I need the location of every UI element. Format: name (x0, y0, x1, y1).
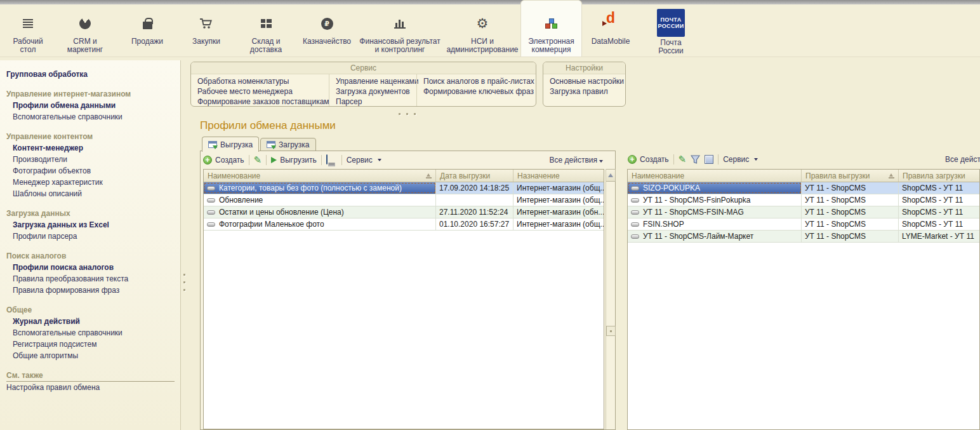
structure-settings-button[interactable] (705, 155, 713, 164)
sidebar-item-characteristics-manager[interactable]: Менеджер характеристик (6, 177, 175, 188)
ribbon-tab-label: Склад и доставка (239, 37, 293, 54)
exchange-rules-table: Наименование Правила выгрузки Правила за… (627, 169, 980, 430)
sidebar-item-auxiliary-catalogs-1[interactable]: Вспомогательные справочники (6, 111, 175, 123)
sidebar-item-text-transform-rules[interactable]: Правила преобразования текста (6, 273, 175, 285)
service-link-keyword-phrases[interactable]: Формирование ключевых фраз (423, 86, 536, 97)
table-row[interactable]: Остатки и цены обновление (Цена) 27.11.2… (204, 206, 604, 218)
service-menu-button[interactable]: Сервис (723, 155, 758, 164)
filter-button[interactable] (691, 155, 700, 164)
ribbon-tab-label: Почта России (649, 39, 693, 55)
ribbon-tab-desktop[interactable]: Рабочий стол (5, 10, 51, 54)
service-link-item-processing[interactable]: Обработка номенклатуры (197, 76, 329, 86)
sidebar-item-group-processing[interactable]: Групповая обработка (6, 69, 175, 80)
column-header-name[interactable]: Наименование (204, 170, 436, 182)
tab-vygruzka[interactable]: Выгрузка (202, 137, 259, 152)
sidebar-item-subsystem-registration[interactable]: Регистрация подсистем (6, 339, 175, 350)
plus-icon: + (628, 155, 637, 164)
ribbon-tab-label: НСИ и администрирование (442, 37, 522, 54)
service-link-manager-workplace[interactable]: Рабочее место менеджера (197, 86, 329, 97)
ribbon-tab-treasury[interactable]: ₽ Казначейство (297, 10, 357, 46)
site-preview-button[interactable] (326, 155, 337, 165)
sidebar-item-exchange-rules-setup[interactable]: Настройка правил обмена (6, 382, 175, 393)
upload-button[interactable]: Выгрузить (271, 156, 317, 165)
edit-button[interactable]: ✎ (254, 156, 262, 165)
scroll-up-button[interactable] (606, 169, 616, 182)
ribbon-tab-label: Казначейство (297, 37, 357, 46)
table-header-row: Наименование Дата выгрузки Назначение (204, 170, 604, 182)
ribbon-tab-financial-result[interactable]: Финансовый результат и контроллинг (357, 10, 442, 54)
all-actions-button[interactable]: Все действия (550, 156, 603, 165)
tab-zagruzka[interactable]: Загрузка (260, 138, 316, 151)
table-row[interactable]: УТ 11 - ShopCMS-FsinPokupka УТ 11 - Shop… (628, 194, 979, 206)
column-header-purpose[interactable]: Назначение (513, 170, 604, 182)
table-row[interactable]: Категории, товары без фото (полностью с … (204, 182, 604, 194)
edit-button[interactable]: ✎ (679, 155, 687, 165)
monitor-icon (326, 155, 337, 165)
import-window-icon (267, 141, 275, 148)
sidebar-item-manufacturers[interactable]: Производители (6, 154, 175, 165)
table-row[interactable]: SIZO-POKUPKA УТ 11 - ShopCMS ShopCMS - У… (628, 182, 979, 194)
chevron-down-icon (378, 159, 381, 161)
column-header-export-date[interactable]: Дата выгрузки (436, 170, 513, 182)
table-row[interactable]: FSIN.SHOP УТ 11 - ShopCMS ShopCMS - УТ 1… (628, 218, 979, 231)
column-header-export-rules[interactable]: Правила выгрузки (802, 170, 899, 182)
sidebar-section-data-loading: Загрузка данных (6, 208, 175, 219)
ribbon-tab-pochta-rossii[interactable]: ПОЧТА РОССИИ Почта России (649, 7, 693, 55)
service-link-parser[interactable]: Парсер (336, 97, 416, 107)
all-actions-button[interactable]: Все действия (945, 155, 980, 164)
sidebar-item-parser-profiles[interactable]: Профили парсера (6, 231, 175, 242)
ribbon-tab-label: DataMobile (584, 37, 637, 46)
shopping-bag-icon (143, 22, 152, 29)
ribbon-tab-label: Продажи (121, 37, 174, 46)
sidebar-item-common-algorithms[interactable]: Общие алгоритмы (6, 350, 175, 361)
settings-link-rules-loading[interactable]: Загрузка правил (550, 86, 625, 97)
create-button[interactable]: + Создать (203, 156, 244, 165)
window-title-strip (0, 0, 980, 4)
settings-link-main-settings[interactable]: Основные настройки (550, 76, 625, 86)
sidebar-item-content-manager[interactable]: Контент-менеджер (6, 142, 175, 154)
ribbon-tab-nsi-administration[interactable]: ⚙ НСИ и администрирование (442, 10, 522, 54)
service-link-markup-management[interactable]: Управление наценками (336, 76, 416, 86)
ribbon-tab-purchases[interactable]: Закупки (180, 10, 233, 46)
column-header-name[interactable]: Наименование (628, 170, 802, 182)
create-button[interactable]: + Создать (628, 155, 669, 164)
service-menu-button[interactable]: Сервис (347, 156, 381, 165)
service-link-analog-search-pricelists[interactable]: Поиск аналогов в прайс-листах (423, 76, 536, 86)
service-link-document-loading[interactable]: Загрузка документов (336, 86, 416, 97)
table-row[interactable]: УТ 11 - ShopCMS-FSIN-MAG УТ 11 - ShopCMS… (628, 206, 979, 218)
gear-icon: ⚙ (477, 17, 489, 30)
table-row[interactable]: Обновление Интернет-магазин (общ... (204, 194, 604, 206)
pencil-icon: ✎ (679, 155, 687, 165)
sidebar-item-phrase-building-rules[interactable]: Правила формирования фраз (6, 285, 175, 296)
sidebar-item-action-log[interactable]: Журнал действий (6, 316, 175, 327)
sidebar-item-object-photos[interactable]: Фотографии объектов (6, 165, 175, 177)
export-window-icon (208, 141, 217, 148)
ribbon-tab-sales[interactable]: Продажи (121, 10, 174, 46)
ribbon-tab-crm-marketing[interactable]: CRM и маркетинг (58, 10, 112, 54)
sidebar-item-description-templates[interactable]: Шаблоны описаний (6, 188, 175, 199)
sidebar-item-auxiliary-catalogs-2[interactable]: Вспомогательные справочники (6, 327, 175, 339)
warehouse-grid-icon (261, 19, 272, 28)
funnel-icon (691, 155, 700, 164)
vertical-scrollbar[interactable] (606, 169, 615, 429)
service-command-panel: Сервис Обработка номенклатуры Рабочее ме… (190, 62, 536, 107)
catalog-item-icon (207, 210, 215, 215)
sidebar-item-analog-search-profiles[interactable]: Профили поиска аналогов (6, 262, 175, 273)
ribbon-tab-label: Электронная коммерция (523, 37, 579, 54)
column-header-import-rules[interactable]: Правила загрузки (899, 170, 979, 182)
sidebar-item-exchange-profiles[interactable]: Профили обмена данными (6, 100, 175, 111)
ribbon-tab-warehouse[interactable]: Склад и доставка (239, 10, 293, 54)
ribbon-tab-datamobile[interactable]: d DataMobile (584, 10, 637, 46)
ribbon-tab-label: Закупки (180, 37, 233, 46)
chevron-down-icon (599, 160, 603, 163)
sidebar-navigation: Групповая обработка Управление интернет-… (0, 60, 181, 430)
service-link-supplier-orders[interactable]: Формирование заказов поставщикам (197, 97, 329, 107)
ribbon-tab-label: Рабочий стол (5, 37, 51, 54)
table-row[interactable]: УТ 11 - ShopCMS-Лайм-Маркет УТ 11 - Shop… (628, 231, 979, 243)
sidebar-section-see-also: См. также (6, 370, 175, 382)
scrollbar-thumb[interactable] (606, 326, 616, 336)
table-row[interactable]: Фотографии Маленькое фото 01.10.2020 16:… (204, 218, 604, 231)
ribbon-tab-ecommerce-selected[interactable]: Электронная коммерция (523, 10, 579, 54)
sidebar-item-load-from-excel[interactable]: Загрузка данных из Excel (6, 219, 175, 231)
export-profiles-pane: + Создать ✎ Выгрузить Сервис Все действи… (200, 151, 616, 430)
